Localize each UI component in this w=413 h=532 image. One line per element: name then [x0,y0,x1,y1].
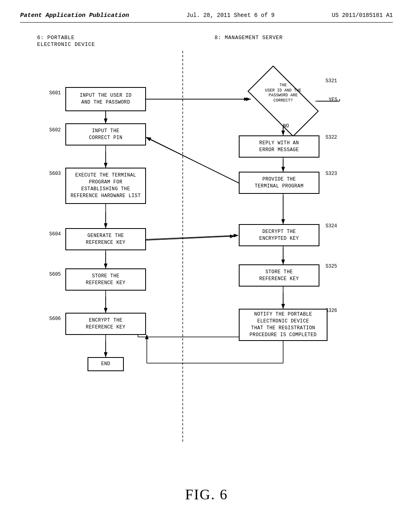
box-input-user-id: INPUT THE USER ID AND THE PASSWORD [65,87,146,111]
step-s323: S323 [325,171,337,177]
yes-label: YES [329,97,338,103]
box-store-ref-key-left: STORE THE REFERENCE KEY [65,268,146,291]
step-s322: S322 [325,135,337,140]
step-s606: S606 [49,316,61,322]
box-end: END [88,357,124,371]
step-s604: S604 [49,231,61,237]
diamond-text: THE USER ID AND THE PASSWORD ARE CORRECT… [257,83,309,103]
svg-line-9 [146,137,239,183]
header-publication: Patent Application Publication [20,12,129,19]
diamond-wrapper: THE USER ID AND THE PASSWORD ARE CORRECT… [249,77,317,125]
step-s601: S601 [49,90,61,96]
svg-line-33 [147,137,239,183]
diagram: 6: PORTABLE ELECTRONIC DEVICE 8: MANAGEM… [25,35,388,478]
right-column-label: 8: MANAGEMENT SERVER [215,35,283,42]
step-s603: S603 [49,171,61,177]
step-s324: S324 [325,223,337,229]
divider [182,51,183,442]
box-reply-error: REPLY WITH AN ERROR MESSAGE [239,135,319,158]
box-encrypt-ref-key: ENCRYPT THE REFERENCE KEY [65,313,146,335]
step-s321: S321 [325,78,337,84]
step-s325: S325 [325,264,337,269]
header-date-sheet: Jul. 28, 2011 Sheet 6 of 9 [186,12,274,19]
box-provide-terminal: PROVIDE THE TERMINAL PROGRAM [239,172,319,194]
box-execute-terminal: EXECUTE THE TERMINAL PROGRAM FOR ESTABLI… [65,168,146,204]
step-s602: S602 [49,127,61,133]
box-notify-portable: NOTIFY THE PORTABLE ELECTRONIC DEVICE TH… [239,309,327,341]
box-decrypt-encrypted: DECRYPT THE ENCRYPTED KEY [239,224,319,246]
box-store-ref-key-right: STORE THE REFERENCE KEY [239,264,319,287]
step-s605: S605 [49,272,61,277]
no-label: NO [283,123,289,129]
svg-line-34 [146,235,238,239]
box-input-correct-pin: INPUT THE CORRECT PIN [65,123,146,145]
box-generate-ref-key: GENERATE THE REFERENCE KEY [65,228,146,250]
header: Patent Application Publication Jul. 28, … [20,12,393,23]
svg-line-18 [146,236,235,240]
left-column-label: 6: PORTABLE ELECTRONIC DEVICE [37,35,95,48]
header-patent-number: US 2011/0185181 A1 [332,12,393,19]
figure-label: FIG. 6 [20,486,393,503]
page: Patent Application Publication Jul. 28, … [0,0,413,532]
